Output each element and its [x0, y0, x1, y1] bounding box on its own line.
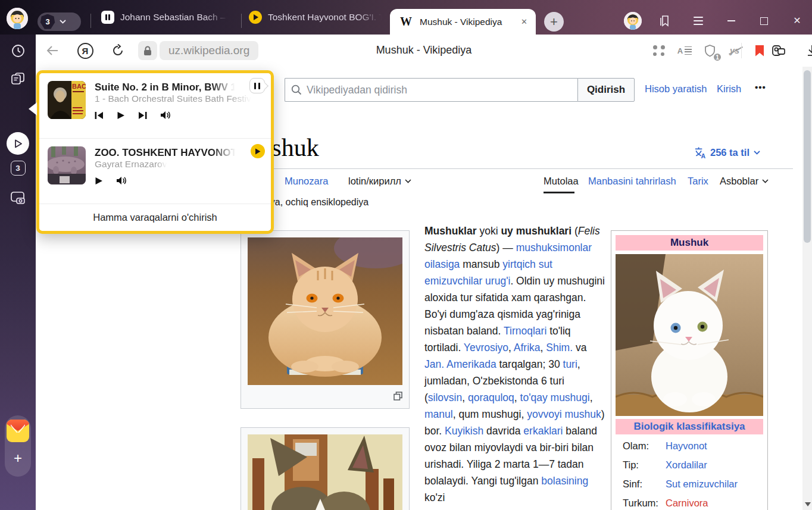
- article-link[interactable]: Afrika: [514, 342, 541, 353]
- article-link[interactable]: Jan. Amerikada: [424, 358, 496, 370]
- create-account-link[interactable]: Hisob yaratish: [645, 83, 707, 95]
- row-value-link[interactable]: Hayvonot: [666, 440, 707, 452]
- volume-icon[interactable]: [160, 111, 171, 120]
- article-link[interactable]: turi: [563, 358, 577, 370]
- tab-mutolaa-active[interactable]: Mutolaa: [544, 176, 579, 187]
- article-link[interactable]: erkaklari: [523, 425, 563, 437]
- url-field[interactable]: uz.wikipedia.org: [160, 41, 258, 60]
- notifications-icon[interactable]: [657, 13, 672, 29]
- protect-shield-icon[interactable]: 1: [701, 42, 718, 59]
- extensions-grid-icon[interactable]: [651, 42, 667, 59]
- tab-counter-button[interactable]: 3: [38, 12, 81, 31]
- tab-groups-icon[interactable]: [770, 42, 787, 59]
- scrollbar-down-arrow[interactable]: [805, 502, 811, 506]
- search-input[interactable]: [307, 79, 577, 101]
- menu-icon[interactable]: [691, 13, 706, 29]
- tab-history[interactable]: Tarix: [688, 176, 708, 187]
- tab-divider: [241, 14, 242, 28]
- media-player-button-active[interactable]: [7, 132, 29, 155]
- window-minimize-button[interactable]: [723, 13, 739, 29]
- wiki-search-box: [285, 78, 577, 102]
- page-scrollbar[interactable]: [802, 67, 812, 510]
- text-segment: ko'zi: [424, 492, 445, 503]
- bookmarks-pages-icon[interactable]: [0, 71, 36, 86]
- player-item-zoo[interactable]: ZOO. TOSHKENT HAYVONOT Gayrat Ernazarov: [39, 139, 271, 204]
- window-maximize-button[interactable]: [756, 13, 772, 29]
- pause-badge-icon[interactable]: [249, 78, 265, 93]
- tab-audio-pause-icon[interactable]: [101, 11, 114, 24]
- article-image-tabby-cat[interactable]: [241, 427, 410, 510]
- window-close-button[interactable]: ✕: [789, 13, 805, 29]
- new-tab-button[interactable]: +: [544, 12, 564, 32]
- tabby-cat-photo[interactable]: [248, 434, 402, 510]
- tab-script-switcher[interactable]: lotin/кирилл: [348, 176, 411, 187]
- bookmark-icon[interactable]: [751, 42, 768, 59]
- tab-edit-source[interactable]: Manbasini tahrirlash: [588, 176, 676, 187]
- white-kitten-photo[interactable]: [616, 254, 763, 416]
- reader-mode-icon[interactable]: A: [676, 42, 693, 59]
- previous-track-icon[interactable]: [95, 111, 104, 120]
- article-link[interactable]: silovsin: [428, 392, 462, 403]
- article-link[interactable]: to'qay mushugi: [520, 392, 590, 403]
- tab-munozara[interactable]: Munozara: [285, 176, 328, 187]
- javascript-off-icon[interactable]: ys: [726, 42, 743, 59]
- ssl-lock-icon[interactable]: [138, 41, 157, 60]
- article-link[interactable]: bolasining: [541, 475, 588, 487]
- yandex-mail-icon[interactable]: [7, 420, 29, 442]
- volume-icon[interactable]: [116, 176, 127, 185]
- back-icon[interactable]: [44, 42, 61, 59]
- reload-icon[interactable]: [110, 42, 126, 59]
- text-segment: Mushuklar: [424, 225, 477, 237]
- row-value-redlink[interactable]: Carnivora: [666, 498, 708, 509]
- row-value-link[interactable]: Xordalilar: [666, 459, 707, 471]
- add-app-button[interactable]: +: [5, 450, 31, 467]
- article-link[interactable]: manul: [424, 408, 453, 420]
- screenshot-icon[interactable]: [0, 190, 36, 205]
- tab-audio-playing-icon[interactable]: [249, 11, 262, 24]
- yandex-search-icon[interactable]: Я: [77, 42, 93, 59]
- table-row: Turkum: Carnivora: [623, 498, 763, 509]
- tab-mushuk-active[interactable]: W Mushuk - Vikipediya ✕: [390, 9, 536, 35]
- more-menu-icon[interactable]: •••: [755, 82, 766, 92]
- image-expand-icon[interactable]: [393, 392, 402, 401]
- play-icon[interactable]: [95, 177, 103, 185]
- ginger-cat-photo[interactable]: [248, 237, 402, 385]
- row-value-link[interactable]: Sut emizuvchilar: [666, 478, 738, 490]
- play-icon[interactable]: [117, 111, 125, 120]
- history-icon[interactable]: [0, 44, 36, 58]
- downloads-icon[interactable]: [804, 42, 812, 59]
- article-link[interactable]: Tirnoqlari: [504, 325, 546, 337]
- address-toolbar: Я uz.wikipedia.org Mushuk - Vikipediya A…: [36, 35, 812, 67]
- article-link[interactable]: Kuyikish: [445, 425, 483, 437]
- player-item-bach[interactable]: BACH Suite No. 2 in B Minor, BWV 1 1 - B…: [39, 73, 271, 139]
- article-link[interactable]: Yevrosiyo: [464, 342, 508, 353]
- next-track-icon[interactable]: [138, 111, 147, 120]
- text-segment: ,: [462, 392, 468, 403]
- scrollbar-thumb[interactable]: [804, 70, 811, 243]
- article-image-ginger-cat[interactable]: [241, 230, 410, 409]
- text-segment: (: [571, 225, 578, 237]
- languages-button[interactable]: A 256 ta til: [694, 146, 760, 159]
- player-controls: [95, 111, 263, 120]
- close-all-tabs-button[interactable]: Hamma varaqalarni o'chirish: [39, 204, 271, 231]
- track-subtitle: 1 - Bach Orchestral Suites Bath Festiv: [95, 93, 251, 104]
- tabs-panel-button[interactable]: 3: [0, 161, 36, 176]
- toolbar-divider: [741, 43, 742, 58]
- tab-toshkent[interactable]: Toshkent Hayvonot BOG'I. T: [249, 0, 386, 35]
- tab-close-icon[interactable]: ✕: [521, 17, 527, 26]
- tab-bach[interactable]: Johann Sebastian Bach – Ya: [101, 0, 235, 35]
- chevron-down-icon: [762, 179, 769, 183]
- search-button[interactable]: Qidirish: [577, 78, 635, 102]
- profile-avatar[interactable]: [7, 8, 28, 29]
- tab-tools[interactable]: Asboblar: [720, 176, 769, 187]
- profile-avatar-small[interactable]: [624, 12, 642, 30]
- tab-divider: [90, 14, 91, 28]
- article-link[interactable]: yovvoyi mushuk: [527, 408, 601, 420]
- article-link[interactable]: qoraquloq: [468, 392, 514, 403]
- login-link[interactable]: Kirish: [717, 83, 741, 95]
- article-link[interactable]: Shim.: [546, 342, 573, 353]
- text-segment: mansub: [460, 258, 502, 270]
- tab-title: Mushuk - Vikipediya: [420, 17, 502, 27]
- script-switcher-label: lotin/кирилл: [348, 176, 401, 187]
- playing-badge-icon[interactable]: [251, 144, 265, 158]
